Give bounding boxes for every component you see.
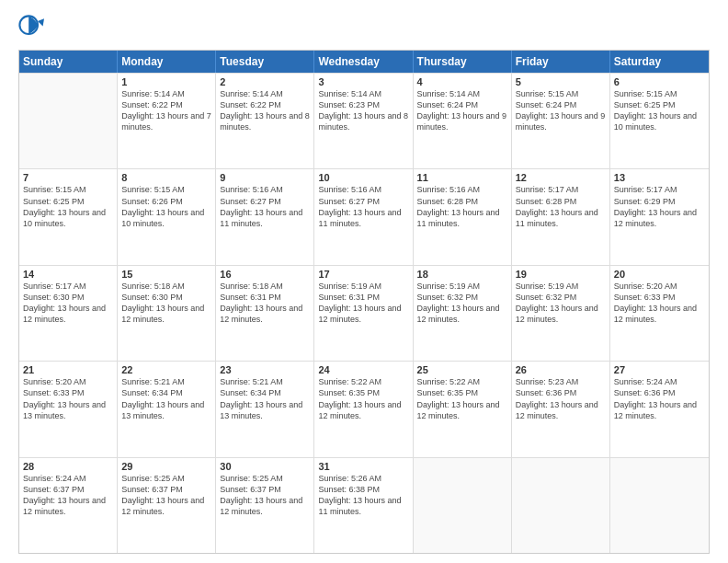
- day-number: 7: [23, 172, 113, 183]
- cal-cell: 10Sunrise: 5:16 AM Sunset: 6:27 PM Dayli…: [314, 169, 413, 264]
- cal-cell: 12Sunrise: 5:17 AM Sunset: 6:28 PM Dayli…: [512, 169, 610, 264]
- day-number: 29: [121, 461, 211, 472]
- cal-cell: [19, 74, 118, 168]
- cal-cell: 13Sunrise: 5:17 AM Sunset: 6:29 PM Dayli…: [610, 169, 709, 264]
- day-number: 23: [220, 364, 310, 375]
- day-info: Sunrise: 5:16 AM Sunset: 6:27 PM Dayligh…: [318, 184, 408, 229]
- day-info: Sunrise: 5:23 AM Sunset: 6:36 PM Dayligh…: [516, 376, 606, 421]
- cal-cell: 16Sunrise: 5:18 AM Sunset: 6:31 PM Dayli…: [216, 266, 314, 361]
- day-info: Sunrise: 5:21 AM Sunset: 6:34 PM Dayligh…: [121, 376, 211, 421]
- header: [18, 15, 710, 40]
- cal-cell: 20Sunrise: 5:20 AM Sunset: 6:33 PM Dayli…: [610, 266, 709, 361]
- cal-cell: [414, 458, 512, 553]
- logo: [18, 15, 48, 40]
- day-info: Sunrise: 5:25 AM Sunset: 6:37 PM Dayligh…: [121, 473, 211, 518]
- day-number: 16: [220, 269, 310, 280]
- day-info: Sunrise: 5:14 AM Sunset: 6:24 PM Dayligh…: [417, 88, 507, 133]
- cal-cell: 25Sunrise: 5:22 AM Sunset: 6:35 PM Dayli…: [414, 362, 512, 456]
- day-number: 11: [417, 172, 507, 183]
- cal-cell: 21Sunrise: 5:20 AM Sunset: 6:33 PM Dayli…: [19, 362, 118, 456]
- day-info: Sunrise: 5:19 AM Sunset: 6:32 PM Dayligh…: [417, 281, 507, 326]
- day-info: Sunrise: 5:17 AM Sunset: 6:30 PM Dayligh…: [23, 281, 113, 326]
- day-number: 12: [516, 172, 606, 183]
- cal-cell: 17Sunrise: 5:19 AM Sunset: 6:31 PM Dayli…: [314, 266, 413, 361]
- day-info: Sunrise: 5:17 AM Sunset: 6:29 PM Dayligh…: [614, 184, 705, 229]
- header-day-sunday: Sunday: [19, 51, 118, 73]
- header-day-thursday: Thursday: [414, 51, 512, 73]
- day-number: 14: [23, 269, 113, 280]
- header-day-monday: Monday: [118, 51, 216, 73]
- day-number: 31: [318, 461, 408, 472]
- day-info: Sunrise: 5:22 AM Sunset: 6:35 PM Dayligh…: [417, 376, 507, 421]
- day-info: Sunrise: 5:15 AM Sunset: 6:24 PM Dayligh…: [516, 88, 606, 133]
- day-number: 28: [23, 461, 113, 472]
- day-number: 2: [220, 76, 310, 87]
- cal-cell: 30Sunrise: 5:25 AM Sunset: 6:37 PM Dayli…: [216, 458, 314, 553]
- day-number: 10: [318, 172, 408, 183]
- day-info: Sunrise: 5:16 AM Sunset: 6:27 PM Dayligh…: [220, 184, 310, 229]
- day-info: Sunrise: 5:19 AM Sunset: 6:31 PM Dayligh…: [318, 281, 408, 326]
- logo-icon: [18, 15, 44, 40]
- page: SundayMondayTuesdayWednesdayThursdayFrid…: [0, 0, 728, 563]
- day-info: Sunrise: 5:18 AM Sunset: 6:30 PM Dayligh…: [121, 281, 211, 326]
- day-number: 8: [121, 172, 211, 183]
- cal-cell: [512, 458, 610, 553]
- day-info: Sunrise: 5:18 AM Sunset: 6:31 PM Dayligh…: [220, 281, 310, 326]
- day-info: Sunrise: 5:26 AM Sunset: 6:38 PM Dayligh…: [318, 473, 408, 518]
- cal-cell: 1Sunrise: 5:14 AM Sunset: 6:22 PM Daylig…: [118, 74, 216, 168]
- cal-cell: 9Sunrise: 5:16 AM Sunset: 6:27 PM Daylig…: [216, 169, 314, 264]
- day-info: Sunrise: 5:15 AM Sunset: 6:26 PM Dayligh…: [121, 184, 211, 229]
- day-info: Sunrise: 5:16 AM Sunset: 6:28 PM Dayligh…: [417, 184, 507, 229]
- cal-cell: 23Sunrise: 5:21 AM Sunset: 6:34 PM Dayli…: [216, 362, 314, 456]
- cal-cell: 3Sunrise: 5:14 AM Sunset: 6:23 PM Daylig…: [314, 74, 413, 168]
- day-number: 20: [614, 269, 705, 280]
- day-number: 1: [121, 76, 211, 87]
- cal-cell: 26Sunrise: 5:23 AM Sunset: 6:36 PM Dayli…: [512, 362, 610, 456]
- cal-cell: 31Sunrise: 5:26 AM Sunset: 6:38 PM Dayli…: [314, 458, 413, 553]
- day-info: Sunrise: 5:24 AM Sunset: 6:36 PM Dayligh…: [614, 376, 705, 421]
- day-info: Sunrise: 5:20 AM Sunset: 6:33 PM Dayligh…: [614, 281, 705, 326]
- cal-cell: 8Sunrise: 5:15 AM Sunset: 6:26 PM Daylig…: [118, 169, 216, 264]
- header-day-tuesday: Tuesday: [216, 51, 314, 73]
- day-info: Sunrise: 5:22 AM Sunset: 6:35 PM Dayligh…: [318, 376, 408, 421]
- cal-cell: 14Sunrise: 5:17 AM Sunset: 6:30 PM Dayli…: [19, 266, 118, 361]
- cal-cell: 4Sunrise: 5:14 AM Sunset: 6:24 PM Daylig…: [414, 74, 512, 168]
- header-day-wednesday: Wednesday: [314, 51, 413, 73]
- day-info: Sunrise: 5:14 AM Sunset: 6:23 PM Dayligh…: [318, 88, 408, 133]
- week-row-3: 21Sunrise: 5:20 AM Sunset: 6:33 PM Dayli…: [19, 361, 709, 456]
- cal-cell: 28Sunrise: 5:24 AM Sunset: 6:37 PM Dayli…: [19, 458, 118, 553]
- day-info: Sunrise: 5:24 AM Sunset: 6:37 PM Dayligh…: [23, 473, 113, 518]
- cal-cell: 15Sunrise: 5:18 AM Sunset: 6:30 PM Dayli…: [118, 266, 216, 361]
- calendar: SundayMondayTuesdayWednesdayThursdayFrid…: [18, 50, 710, 554]
- calendar-body: 1Sunrise: 5:14 AM Sunset: 6:22 PM Daylig…: [19, 73, 709, 553]
- day-number: 30: [220, 461, 310, 472]
- day-info: Sunrise: 5:20 AM Sunset: 6:33 PM Dayligh…: [23, 376, 113, 421]
- week-row-1: 7Sunrise: 5:15 AM Sunset: 6:25 PM Daylig…: [19, 168, 709, 264]
- day-info: Sunrise: 5:17 AM Sunset: 6:28 PM Dayligh…: [516, 184, 606, 229]
- day-number: 24: [318, 364, 408, 375]
- cal-cell: 5Sunrise: 5:15 AM Sunset: 6:24 PM Daylig…: [512, 74, 610, 168]
- week-row-0: 1Sunrise: 5:14 AM Sunset: 6:22 PM Daylig…: [19, 73, 709, 168]
- day-number: 4: [417, 76, 507, 87]
- header-day-saturday: Saturday: [610, 51, 709, 73]
- calendar-header: SundayMondayTuesdayWednesdayThursdayFrid…: [19, 51, 709, 73]
- day-info: Sunrise: 5:25 AM Sunset: 6:37 PM Dayligh…: [220, 473, 310, 518]
- day-number: 19: [516, 269, 606, 280]
- day-number: 15: [121, 269, 211, 280]
- day-number: 13: [614, 172, 705, 183]
- day-info: Sunrise: 5:21 AM Sunset: 6:34 PM Dayligh…: [220, 376, 310, 421]
- cal-cell: 2Sunrise: 5:14 AM Sunset: 6:22 PM Daylig…: [216, 74, 314, 168]
- week-row-2: 14Sunrise: 5:17 AM Sunset: 6:30 PM Dayli…: [19, 265, 709, 361]
- day-number: 21: [23, 364, 113, 375]
- cal-cell: 7Sunrise: 5:15 AM Sunset: 6:25 PM Daylig…: [19, 169, 118, 264]
- week-row-4: 28Sunrise: 5:24 AM Sunset: 6:37 PM Dayli…: [19, 457, 709, 553]
- cal-cell: 24Sunrise: 5:22 AM Sunset: 6:35 PM Dayli…: [314, 362, 413, 456]
- day-info: Sunrise: 5:15 AM Sunset: 6:25 PM Dayligh…: [23, 184, 113, 229]
- day-number: 5: [516, 76, 606, 87]
- day-number: 26: [516, 364, 606, 375]
- day-info: Sunrise: 5:19 AM Sunset: 6:32 PM Dayligh…: [516, 281, 606, 326]
- day-info: Sunrise: 5:14 AM Sunset: 6:22 PM Dayligh…: [220, 88, 310, 133]
- cal-cell: 19Sunrise: 5:19 AM Sunset: 6:32 PM Dayli…: [512, 266, 610, 361]
- day-number: 27: [614, 364, 705, 375]
- day-number: 25: [417, 364, 507, 375]
